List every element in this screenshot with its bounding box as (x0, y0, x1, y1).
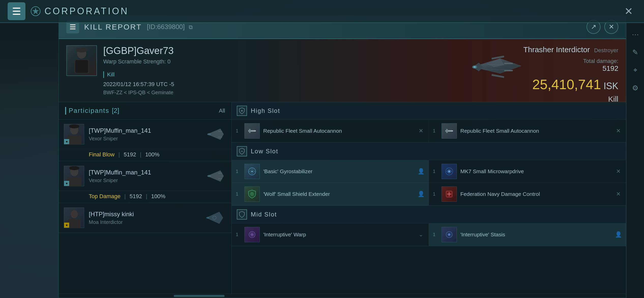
right-sidebar: ⋯ ✎ ⌖ ⚙ (626, 23, 644, 298)
sidebar-dots-button[interactable]: ⋯ (629, 28, 642, 41)
low-slot-shield-icon (239, 148, 245, 155)
svg-point-15 (473, 66, 476, 68)
low-slot-item-2-num: 1 (433, 169, 438, 174)
svg-point-56 (252, 194, 253, 195)
svg-rect-44 (446, 129, 448, 133)
hamburger-icon (13, 8, 20, 15)
low-slot-item-1-num: 1 (236, 169, 241, 174)
high-slot-item-2-close[interactable]: ✕ (615, 127, 622, 134)
svg-rect-4 (75, 60, 88, 73)
damage-value: 5192 (523, 64, 618, 73)
low-slot-item-2: 1 MK7 Small Microwarpdrive ✕ (429, 160, 626, 183)
svg-point-22 (207, 133, 211, 136)
high-slot-title: High Slot (251, 107, 280, 114)
equipment-panel[interactable]: High Slot 1 Republic Fl (232, 102, 626, 294)
high-slot-item-1-icon (244, 123, 260, 139)
participant-item-2: ★ [TWP]Muffin_man_141 Vexor Sniper (59, 161, 231, 203)
corporation-name-text: CORPORATION (45, 6, 129, 17)
low-slot-item-4: 1 Federation Navy Damage Control ✕ (429, 183, 626, 206)
sidebar-settings-button[interactable]: ⚙ (629, 82, 642, 94)
app-close-button[interactable]: ✕ (621, 4, 636, 19)
mid-slot-items: 1 'Interruptive' Warp ⌄ (232, 223, 626, 246)
svg-rect-41 (255, 130, 256, 131)
mid-slot-shield-icon (237, 209, 247, 220)
high-slot-item-2-name: Republic Fleet Small Autocannon (460, 127, 611, 134)
participant-3-avatar: ★ (64, 208, 84, 228)
participant-1-name: [TWP]Muffin_man_141 (89, 127, 199, 134)
stasis-icon (444, 229, 454, 240)
low-slot-item-2-close[interactable]: ✕ (615, 168, 622, 175)
svg-rect-6 (76, 49, 87, 51)
participants-header: Participants [2] All (59, 102, 231, 119)
participant-3-ship: Moa Interdictor (89, 219, 199, 225)
mid-slot-header: Mid Slot (232, 206, 626, 223)
scroll-track[interactable] (59, 294, 626, 298)
participant-list: ★ [TWP]Muffin_man_141 Vexor Sniper (59, 119, 231, 294)
participant-2-info: [TWP]Muffin_man_141 Vexor Sniper (89, 169, 199, 183)
low-slot-item-3-num: 1 (236, 192, 241, 197)
high-slot-item-1-close[interactable]: ✕ (417, 127, 425, 134)
participant-item: ★ [TWP]Muffin_man_141 Vexor Sniper (59, 119, 231, 161)
participant-3-info: [HTP]missy kinki Moa Interdictor (89, 211, 199, 225)
high-slot-header: High Slot (232, 102, 626, 120)
low-slot-items: 1 'Basic' Gyrostabilizer 👤 (232, 160, 626, 206)
mid-slot-item-1: 1 'Interruptive' Warp ⌄ (232, 223, 429, 246)
low-slot-shield-icon (237, 146, 247, 156)
mid-slot-title: Mid Slot (251, 211, 277, 218)
low-slot-item-4-close[interactable]: ✕ (615, 191, 622, 198)
section-accent (65, 107, 66, 115)
copy-icon[interactable]: ⧉ (189, 24, 193, 30)
participant-1-info: [TWP]Muffin_man_141 Vexor Sniper (89, 127, 199, 142)
high-slot-item-2-icon (442, 123, 457, 139)
mid-slot-item-2: 1 'Interruptive' Stasis 👤 (429, 223, 626, 246)
svg-point-32 (71, 210, 78, 218)
svg-rect-45 (452, 130, 453, 131)
mid-slot-item-2-name: 'Interruptive' Stasis (460, 231, 611, 238)
thrasher-ship-image (462, 47, 525, 87)
kill-hero-section: [GGBP]Gaver73 Warp Scramble Strength: 0 … (59, 39, 626, 102)
kill-stats: Thrasher Interdictor Destroyer Total dam… (523, 45, 618, 103)
pilot-avatar (66, 45, 97, 76)
autocannon-icon (247, 126, 257, 136)
participant-1-avatar: ★ (64, 124, 84, 144)
corporation-title: CORPORATION (31, 6, 129, 17)
participant-1-ship-icon (203, 125, 226, 143)
participant-row-3: ★ [HTP]missy kinki Moa Interdictor (59, 203, 231, 233)
hamburger-menu-button[interactable] (8, 2, 25, 20)
participant-2-ship-image (205, 168, 225, 184)
main-panel: KILL REPORT [ID:6639800] ⧉ ↗ ✕ (58, 15, 626, 298)
participant-1-corp-icon: ★ (64, 139, 69, 144)
high-slot-item-2: 1 Republic Fleet Small Autocannon ✕ (429, 120, 626, 142)
mid-slot-item-1-chevron[interactable]: ⌄ (417, 231, 425, 238)
top-bar: CORPORATION ✕ (0, 0, 644, 23)
export-icon: ↗ (591, 23, 596, 31)
sidebar-target-button[interactable]: ⌖ (629, 64, 642, 76)
sidebar-edit-button[interactable]: ✎ (629, 46, 642, 59)
isk-value: 25,410,741 (532, 76, 601, 92)
svg-rect-31 (218, 178, 222, 179)
high-slot-shield-icon (237, 106, 247, 116)
low-slot-item-4-num: 1 (433, 192, 438, 197)
mid-slot-shield-icon-svg (239, 211, 245, 218)
mid-slot-item-1-num: 1 (236, 232, 241, 237)
scroll-bar-thumb[interactable] (174, 295, 225, 297)
high-slot-item-1-num: 1 (236, 128, 241, 134)
participants-title: Participants (69, 107, 109, 115)
participant-1-damage: 5192 (124, 151, 136, 158)
all-tab[interactable]: All (219, 107, 225, 114)
participant-row-2: ★ [TWP]Muffin_man_141 Vexor Sniper (59, 161, 231, 191)
pilot-silhouette (71, 48, 92, 73)
damage-label: Total damage: (523, 58, 618, 64)
svg-rect-23 (218, 131, 222, 132)
low-slot-section: Low Slot 1 (232, 143, 626, 206)
autocannon-2-icon (444, 126, 454, 136)
participant-3-corp-icon: ★ (64, 223, 69, 228)
svg-marker-1 (32, 8, 39, 14)
participant-2-ship-icon (203, 167, 226, 185)
low-slot-item-1: 1 'Basic' Gyrostabilizer 👤 (232, 160, 429, 183)
participants-panel: Participants [2] All (59, 102, 232, 294)
participant-row-1: ★ [TWP]Muffin_man_141 Vexor Sniper (59, 119, 231, 149)
participant-1-ship: Vexor Sniper (89, 136, 199, 142)
svg-rect-10 (491, 56, 504, 59)
participant-2-damage: 5192 (129, 193, 142, 200)
